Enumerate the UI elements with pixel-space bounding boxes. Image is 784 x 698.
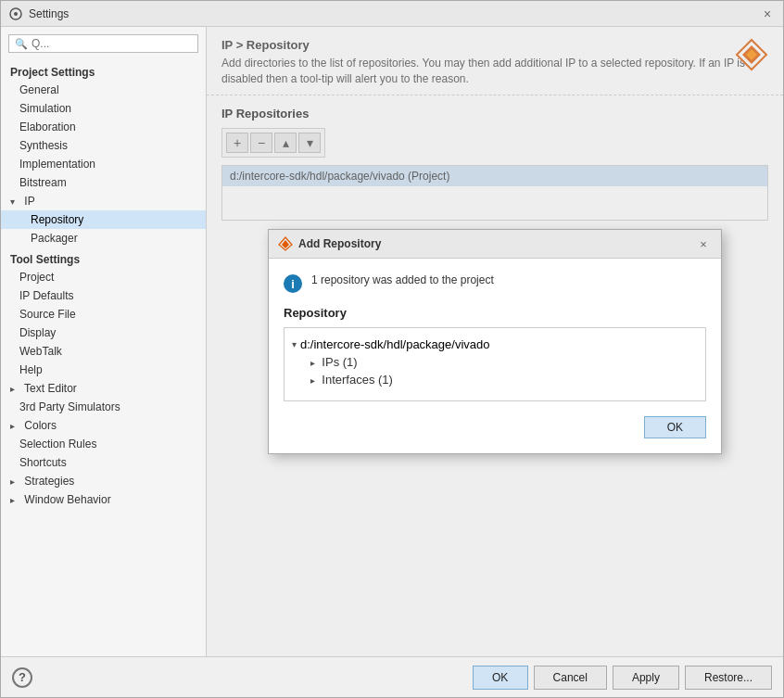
sidebar-item-help[interactable]: Help bbox=[1, 361, 206, 379]
sidebar-item-3rd-party[interactable]: 3rd Party Simulators bbox=[1, 398, 206, 416]
tree-item-ips-label: IPs (1) bbox=[322, 355, 357, 369]
svg-marker-6 bbox=[282, 240, 289, 248]
dialog-title-bar: Add Repository × bbox=[269, 230, 721, 259]
info-icon: i bbox=[284, 274, 302, 293]
tool-settings-label: Tool Settings bbox=[1, 247, 206, 268]
dialog-section-label: Repository bbox=[284, 306, 706, 320]
sidebar-item-source-file[interactable]: Source File bbox=[1, 305, 206, 324]
sidebar-item-text-editor[interactable]: ▸ Text Editor bbox=[1, 379, 206, 398]
dialog-title-icon bbox=[278, 236, 293, 251]
sidebar-item-elaboration[interactable]: Elaboration bbox=[1, 118, 206, 136]
search-bar[interactable]: 🔍 bbox=[8, 34, 198, 53]
content-area: IP > Repository Add directories to the l… bbox=[207, 27, 783, 656]
project-settings-label: Project Settings bbox=[1, 60, 206, 81]
dialog-close-button[interactable]: × bbox=[695, 235, 712, 252]
sidebar: 🔍 Project Settings General Simulation El… bbox=[1, 27, 207, 656]
sidebar-item-colors[interactable]: ▸ Colors bbox=[1, 416, 206, 435]
search-icon: 🔍 bbox=[15, 38, 28, 50]
sidebar-item-webtalk[interactable]: WebTalk bbox=[1, 342, 206, 361]
sidebar-item-simulation[interactable]: Simulation bbox=[1, 99, 206, 118]
tree-children: ▸ IPs (1) ▸ Interfaces (1) bbox=[292, 353, 698, 388]
sidebar-item-general[interactable]: General bbox=[1, 81, 206, 99]
dialog-ok-area: OK bbox=[284, 416, 706, 438]
dialog-body: i 1 repository was added to the project … bbox=[269, 259, 721, 453]
sidebar-item-ip[interactable]: ▾ IP bbox=[1, 192, 206, 210]
sidebar-item-bitstream[interactable]: Bitstream bbox=[1, 173, 206, 192]
sidebar-item-repository[interactable]: Repository bbox=[1, 210, 206, 229]
tree-item-interfaces-label: Interfaces (1) bbox=[322, 373, 393, 387]
dialog-overlay: Add Repository × i 1 repository was adde… bbox=[207, 27, 783, 656]
sidebar-item-ip-defaults[interactable]: IP Defaults bbox=[1, 286, 206, 305]
svg-point-1 bbox=[14, 12, 18, 16]
title-bar-text: Settings bbox=[29, 7, 759, 20]
dialog-title-text: Add Repository bbox=[298, 237, 695, 250]
sidebar-item-packager[interactable]: Packager bbox=[1, 229, 206, 247]
sidebar-item-synthesis[interactable]: Synthesis bbox=[1, 136, 206, 155]
title-bar: Settings × bbox=[1, 1, 783, 27]
add-repository-dialog: Add Repository × i 1 repository was adde… bbox=[268, 229, 722, 454]
tree-expand-icon: ▾ bbox=[292, 339, 297, 349]
apply-button[interactable]: Apply bbox=[613, 666, 679, 690]
tree-item-interfaces[interactable]: ▸ Interfaces (1) bbox=[310, 371, 698, 388]
tree-item-ips-icon: ▸ bbox=[310, 358, 315, 368]
tree-root-path: d:/intercore-sdk/hdl/package/vivado bbox=[300, 337, 490, 351]
ok-button[interactable]: OK bbox=[473, 666, 528, 690]
settings-window: Settings × 🔍 Project Settings General Si… bbox=[0, 0, 784, 698]
help-button[interactable]: ? bbox=[12, 667, 32, 688]
dialog-ok-button[interactable]: OK bbox=[644, 416, 706, 438]
tree-root[interactable]: ▾ d:/intercore-sdk/hdl/package/vivado bbox=[292, 336, 698, 353]
restore-button[interactable]: Restore... bbox=[685, 666, 772, 690]
tree-item-ips[interactable]: ▸ IPs (1) bbox=[310, 353, 698, 371]
sidebar-item-implementation[interactable]: Implementation bbox=[1, 155, 206, 173]
settings-window-icon bbox=[8, 6, 23, 21]
sidebar-item-strategies[interactable]: ▸ Strategies bbox=[1, 472, 206, 490]
sidebar-item-project[interactable]: Project bbox=[1, 268, 206, 286]
main-content: 🔍 Project Settings General Simulation El… bbox=[1, 27, 783, 656]
info-message: 1 repository was added to the project bbox=[311, 273, 494, 286]
sidebar-item-window-behavior[interactable]: ▸ Window Behavior bbox=[1, 490, 206, 509]
search-input[interactable] bbox=[32, 37, 192, 50]
sidebar-item-shortcuts[interactable]: Shortcuts bbox=[1, 453, 206, 472]
sidebar-item-display[interactable]: Display bbox=[1, 324, 206, 342]
cancel-button[interactable]: Cancel bbox=[534, 666, 607, 690]
info-row: i 1 repository was added to the project bbox=[284, 273, 706, 293]
sidebar-item-selection-rules[interactable]: Selection Rules bbox=[1, 435, 206, 453]
tree-item-interfaces-icon: ▸ bbox=[310, 375, 315, 386]
close-button[interactable]: × bbox=[759, 6, 776, 22]
bottom-bar: ? OK Cancel Apply Restore... bbox=[1, 656, 783, 697]
dialog-repo-tree: ▾ d:/intercore-sdk/hdl/package/vivado ▸ … bbox=[284, 327, 706, 401]
